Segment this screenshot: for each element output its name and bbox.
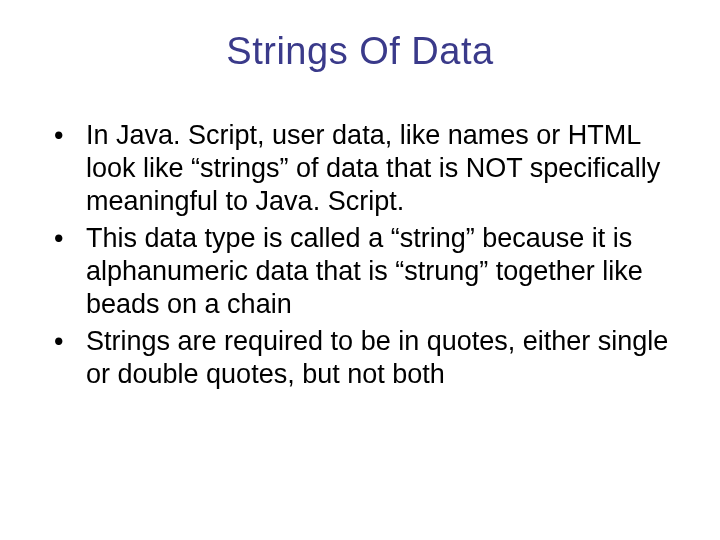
bullet-list: In Java. Script, user data, like names o…: [40, 119, 680, 391]
list-item: In Java. Script, user data, like names o…: [40, 119, 680, 218]
slide-title: Strings Of Data: [40, 30, 680, 73]
slide: Strings Of Data In Java. Script, user da…: [0, 0, 720, 540]
list-item: Strings are required to be in quotes, ei…: [40, 325, 680, 391]
list-item: This data type is called a “string” beca…: [40, 222, 680, 321]
